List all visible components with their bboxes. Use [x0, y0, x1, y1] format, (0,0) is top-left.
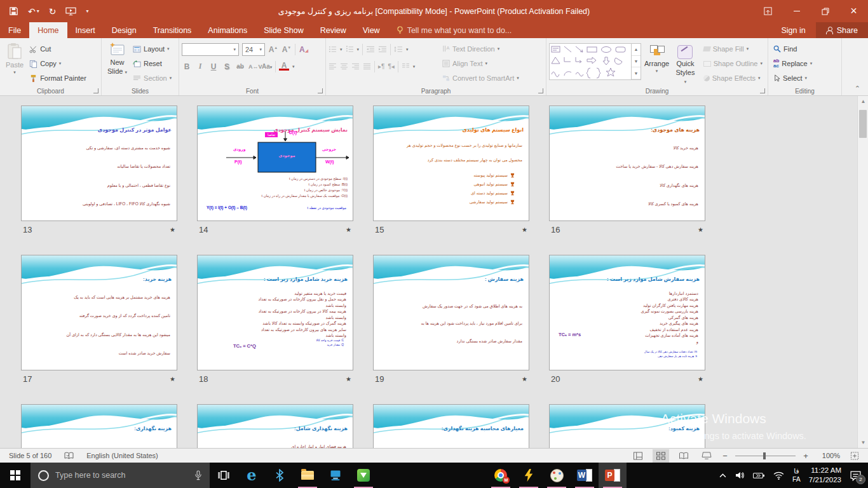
find-button[interactable]: Find — [771, 43, 815, 55]
paragraph-dialog-launcher[interactable] — [538, 88, 543, 93]
tab-view[interactable]: View — [355, 22, 388, 38]
scroll-down-icon[interactable]: ▼ — [858, 437, 868, 448]
slide-18[interactable]: هزینه خرید شامل موارد زیر است :قیمت خرید… — [197, 255, 353, 370]
task-view-taskbar-icon[interactable] — [210, 463, 238, 488]
zoom-level[interactable]: 100% — [816, 452, 840, 459]
language-indicator[interactable]: English (United States) — [86, 452, 158, 459]
reset-button[interactable]: Reset — [130, 57, 174, 70]
font-family-combo[interactable]: ▾ — [182, 43, 239, 56]
decrease-font-size-button[interactable]: A▼ — [281, 45, 292, 54]
bluetooth-taskbar-icon[interactable] — [266, 463, 294, 488]
zoom-slider[interactable] — [735, 456, 796, 456]
spell-check-icon[interactable] — [64, 452, 74, 460]
zoom-slider-thumb[interactable] — [763, 452, 766, 459]
slide-show-button[interactable] — [698, 449, 715, 463]
layout-button[interactable]: Layout▾ — [130, 43, 174, 55]
word-taskbar-icon[interactable]: W — [571, 463, 599, 488]
tab-design[interactable]: Design — [104, 22, 145, 38]
increase-font-size-button[interactable]: A▲ — [268, 45, 278, 54]
start-button[interactable] — [0, 463, 31, 488]
restore-button[interactable] — [811, 0, 839, 22]
slide-20[interactable]: هزینه سفارش شامل موارد زیر است :دستمزد ا… — [549, 255, 705, 370]
shape-gallery[interactable]: ▲ ▼ ▼ — [549, 43, 641, 80]
winamp-taskbar-icon[interactable] — [515, 463, 543, 488]
align-text-button[interactable]: Align Text▾ — [440, 57, 522, 70]
close-button[interactable]: × — [839, 0, 868, 22]
zoom-in-button[interactable]: + — [802, 451, 810, 461]
tab-transitions[interactable]: Transitions — [145, 22, 200, 38]
numbering-button[interactable] — [346, 46, 354, 53]
tab-slide-show[interactable]: Slide Show — [255, 22, 312, 38]
tab-home[interactable]: Home — [29, 22, 67, 38]
section-button[interactable]: Section▾ — [130, 72, 174, 85]
shape-outline-button[interactable]: Shape Outline▾ — [701, 57, 765, 70]
align-right-button[interactable] — [351, 63, 360, 70]
align-left-button[interactable] — [329, 63, 337, 70]
tab-animations[interactable]: Animations — [200, 22, 255, 38]
change-case-button[interactable]: Aa▾ — [262, 63, 272, 70]
vertical-scrollbar[interactable]: ▲ ▼ — [857, 96, 868, 448]
italic-button[interactable]: I — [195, 62, 205, 71]
minimize-button[interactable] — [782, 0, 811, 22]
clear-formatting-button[interactable]: A◢ — [299, 45, 309, 54]
collapse-ribbon-icon[interactable]: ⌃ — [855, 85, 860, 93]
start-from-beginning-icon[interactable] — [65, 7, 76, 16]
ltr-text-direction-button[interactable]: ▸¶ — [378, 63, 384, 70]
shape-effects-button[interactable]: Shape Effects▾ — [701, 72, 765, 85]
tab-insert[interactable]: Insert — [67, 22, 104, 38]
ribbon-display-options-icon[interactable] — [754, 0, 782, 22]
columns-button[interactable] — [402, 63, 410, 70]
wifi-icon[interactable] — [773, 471, 784, 480]
slide-23[interactable]: معیارهای محاسبه هزینه نگهداری:بطور کلی ب… — [373, 404, 529, 448]
slide-19[interactable]: هزینه سفارش :به هزینه های اطلاق می شود ک… — [373, 255, 529, 370]
fit-to-window-button[interactable] — [846, 449, 863, 463]
replace-button[interactable]: abacReplace▾ — [771, 57, 815, 70]
edge-taskbar-icon[interactable]: e — [238, 463, 266, 488]
redo-icon[interactable]: ↻ — [49, 7, 57, 16]
align-center-button[interactable] — [340, 63, 348, 70]
scroll-up-icon[interactable]: ▲ — [858, 96, 868, 107]
remote-desktop-taskbar-icon[interactable] — [322, 463, 349, 488]
slide-14[interactable]: نمایش سیستم کنترل موجودی تقاضا D(t) ورود… — [197, 105, 353, 221]
action-center-icon[interactable]: 2 — [850, 470, 862, 481]
text-shadow-button[interactable]: S — [222, 62, 232, 71]
scrollbar-thumb[interactable] — [859, 110, 867, 138]
gallery-up-icon[interactable]: ▲ — [632, 44, 641, 56]
arrange-button[interactable]: Arrange▾ — [641, 40, 672, 74]
share-button[interactable]: Share — [816, 22, 868, 38]
slide-17[interactable]: هزینه خرید:هزینه های خرید مشتمل بر هزینه… — [21, 255, 177, 370]
sign-in-button[interactable]: Sign in — [771, 22, 815, 38]
customize-qat-icon[interactable]: ▾ — [86, 9, 88, 14]
taskbar-search-box[interactable]: Type here to search — [31, 463, 210, 488]
convert-to-smartart-button[interactable]: Convert to SmartArt▾ — [440, 72, 522, 85]
slide-13[interactable]: عوامل موثر در کنترل موجودیشیوه خدمت به م… — [21, 105, 177, 221]
zoom-out-button[interactable]: − — [721, 451, 729, 461]
tab-file[interactable]: File — [0, 22, 29, 38]
chrome-taskbar-icon[interactable]: M — [487, 463, 515, 488]
tab-review[interactable]: Review — [312, 22, 355, 38]
font-dialog-launcher[interactable] — [318, 88, 323, 93]
save-icon[interactable] — [9, 6, 18, 16]
increase-indent-button[interactable] — [378, 46, 387, 53]
slide-21[interactable]: هزینه نگهداری:زمانی که کالا وارد انبار ش… — [21, 404, 177, 448]
drawing-dialog-launcher[interactable] — [760, 88, 765, 93]
rtl-text-direction-button[interactable]: ¶◂ — [388, 63, 394, 70]
battery-icon[interactable] — [753, 472, 765, 479]
powerpoint-taskbar-icon[interactable]: P — [599, 463, 627, 488]
tell-me-box[interactable]: Tell me what you want to do... — [388, 22, 520, 38]
language-switcher[interactable]: فاFA — [792, 467, 801, 484]
gallery-down-icon[interactable]: ▼ — [632, 56, 641, 68]
format-painter-button[interactable]: Format Painter — [27, 72, 89, 85]
paint-taskbar-icon[interactable] — [543, 463, 571, 488]
slide-16[interactable]: هزینه های موجودی:هزینه خرید کالاهزینه سف… — [549, 105, 705, 221]
line-spacing-button[interactable] — [394, 46, 403, 53]
slide-15[interactable]: انواع سیستم های تولیدیسازمانها و صنایع ت… — [373, 105, 529, 221]
shape-fill-button[interactable]: Shape Fill▾ — [701, 43, 765, 55]
select-button[interactable]: Select▾ — [771, 72, 815, 85]
strikethrough-button[interactable]: ab — [235, 63, 245, 70]
volume-icon[interactable] — [735, 470, 745, 480]
gallery-more-icon[interactable]: ▼ — [632, 67, 641, 79]
file-explorer-taskbar-icon[interactable] — [294, 463, 322, 488]
slide-22[interactable]: هزینه نگهداری شامل:هزینه فضای انبار و ان… — [197, 404, 353, 448]
idm-taskbar-icon[interactable] — [349, 463, 377, 488]
